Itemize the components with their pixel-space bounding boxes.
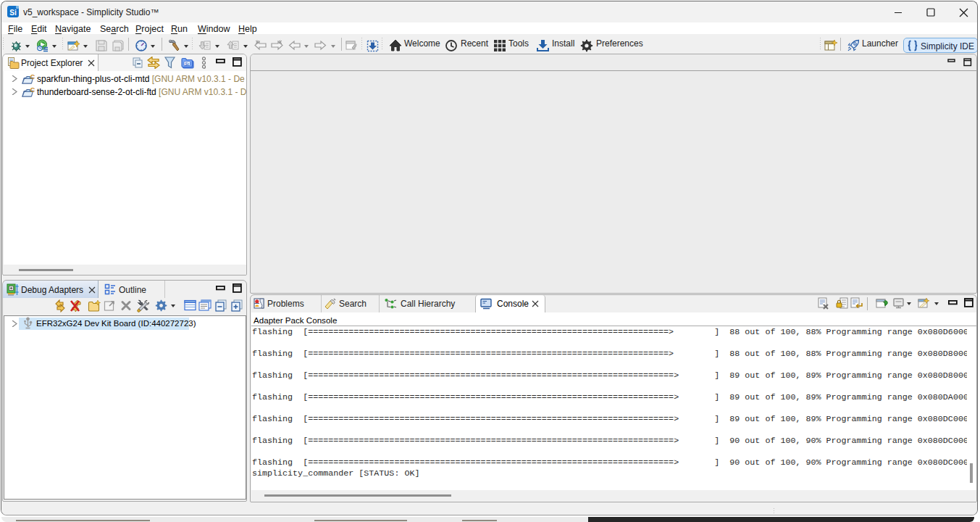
- svg-text:Si: Si: [185, 62, 190, 66]
- svg-text:C: C: [30, 86, 35, 94]
- svg-text:Si: Si: [9, 9, 17, 17]
- svg-text:C: C: [30, 73, 35, 80]
